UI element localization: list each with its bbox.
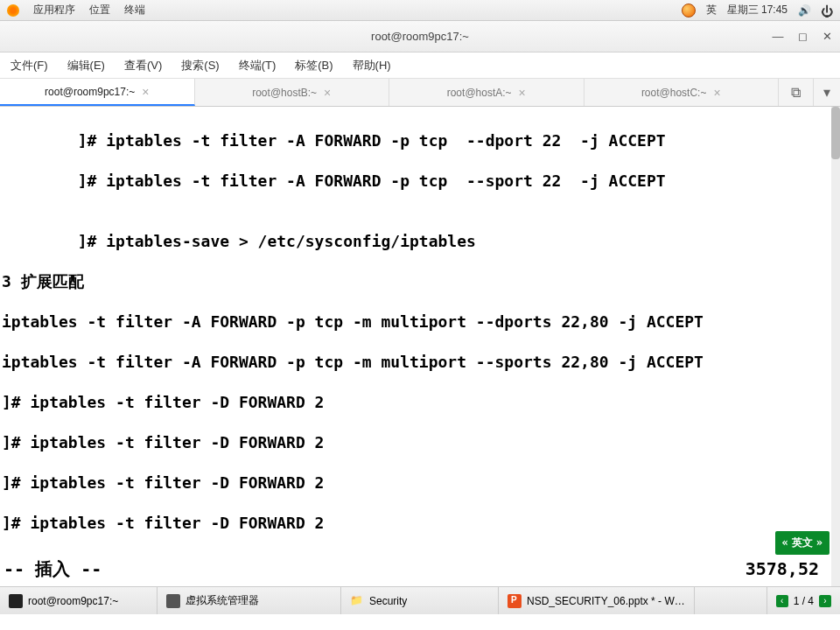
menu-tabs[interactable]: 标签(B) xyxy=(290,56,338,75)
tab-1[interactable]: root@hostB:~ × xyxy=(195,79,390,106)
pager-next-icon[interactable]: › xyxy=(819,595,831,607)
menu-file[interactable]: 文件(F) xyxy=(5,56,53,75)
terminal-line: ]# iptables-save > /etc/sysconfig/iptabl… xyxy=(2,231,838,251)
terminal-line: iptables -t filter -A FORWARD -p tcp -m … xyxy=(2,312,838,332)
task-label: root@room9pc17:~ xyxy=(28,595,118,607)
vmm-icon xyxy=(166,594,180,608)
tab-label: root@hostC:~ xyxy=(641,87,707,99)
terminal-line: ]# iptables -t filter -D FORWARD 2 xyxy=(2,432,838,452)
vim-mode: -- 插入 -- xyxy=(0,559,102,579)
update-indicator-icon[interactable] xyxy=(682,4,696,18)
task-label: NSD_SECURITY_06.pptx * - W… xyxy=(527,595,685,607)
menu-terminal[interactable]: 终端(T) xyxy=(234,56,282,75)
folder-icon xyxy=(350,594,364,608)
pager-prev-icon[interactable]: ‹ xyxy=(776,595,788,607)
task-item-wps[interactable]: NSD_SECURITY_06.pptx * - W… xyxy=(499,587,695,614)
power-icon[interactable] xyxy=(821,4,833,17)
terminal-line: ]# iptables -t filter -D FORWARD 2 xyxy=(2,472,838,493)
menu-view[interactable]: 查看(V) xyxy=(119,56,167,75)
workspace-pager[interactable]: ‹ 1 / 4 › xyxy=(766,587,840,614)
terminal-line: 3 扩展匹配 xyxy=(2,271,838,291)
places-menu[interactable]: 位置 xyxy=(89,3,110,18)
terminal-line: ]# iptables -t filter -A FORWARD -p tcp … xyxy=(2,130,838,150)
apps-menu[interactable]: 应用程序 xyxy=(33,3,75,18)
vim-position: 3578,52 xyxy=(746,559,840,579)
close-button[interactable]: ✕ xyxy=(821,31,833,43)
tab-close-icon[interactable]: × xyxy=(519,86,526,100)
ime-next-icon: » xyxy=(816,533,822,553)
vim-status-line: -- 插入 -- 3578,52 xyxy=(0,559,840,579)
maximize-button[interactable]: ◻ xyxy=(796,31,808,43)
window-titlebar: root@room9pc17:~ — ◻ ✕ xyxy=(0,21,840,52)
volume-icon[interactable] xyxy=(798,4,810,17)
terminal-line: iptables -t filter -A FORWARD -p tcp -m … xyxy=(2,352,838,372)
scrollbar-thumb[interactable] xyxy=(831,107,840,159)
terminal-icon xyxy=(9,594,23,608)
terminal-scrollbar[interactable] xyxy=(831,107,840,586)
task-label: 虚拟系统管理器 xyxy=(186,593,259,608)
bottom-taskbar: root@room9pc17:~ 虚拟系统管理器 Security NSD_SE… xyxy=(0,586,840,614)
tab-0[interactable]: root@room9pc17:~ × xyxy=(0,79,195,106)
terminal-line: ]# iptables -t filter -D FORWARD 2 xyxy=(2,392,838,412)
ime-label: 英文 xyxy=(792,533,813,553)
menu-search[interactable]: 搜索(S) xyxy=(176,56,224,75)
system-top-bar: 应用程序 位置 终端 英 星期三 17:45 xyxy=(0,0,840,21)
tab-bar: root@room9pc17:~ × root@hostB:~ × root@h… xyxy=(0,79,840,107)
window-title: root@room9pc17:~ xyxy=(371,30,469,43)
tab-2[interactable]: root@hostA:~ × xyxy=(389,79,584,106)
menu-help[interactable]: 帮助(H) xyxy=(347,56,396,75)
datetime[interactable]: 星期三 17:45 xyxy=(727,3,788,18)
tab-close-icon[interactable]: × xyxy=(713,86,720,100)
tab-menu-button[interactable]: ▾ xyxy=(814,79,840,106)
terminal-line: ]# iptables -t filter -A FORWARD -p tcp … xyxy=(2,171,838,191)
minimize-button[interactable]: — xyxy=(772,31,784,43)
tab-close-icon[interactable]: × xyxy=(324,86,331,100)
task-item-folder[interactable]: Security xyxy=(341,587,499,614)
task-label: Security xyxy=(369,595,407,607)
terminal-menu[interactable]: 终端 xyxy=(124,3,145,18)
ime-prev-icon: « xyxy=(782,533,788,553)
input-lang[interactable]: 英 xyxy=(706,3,717,18)
terminal-viewport[interactable]: ]# iptables -t filter -A FORWARD -p tcp … xyxy=(0,107,840,586)
menu-edit[interactable]: 编辑(E) xyxy=(62,56,110,75)
tab-close-icon[interactable]: × xyxy=(142,85,149,99)
ime-badge[interactable]: « 英文 » xyxy=(775,531,830,555)
tab-overflow-button[interactable]: ⧉ xyxy=(779,79,814,106)
tab-label: root@hostB:~ xyxy=(252,87,317,99)
tab-label: root@room9pc17:~ xyxy=(45,86,135,98)
task-item-vmm[interactable]: 虚拟系统管理器 xyxy=(158,587,341,614)
apps-menu-icon[interactable] xyxy=(7,4,19,17)
pager-label: 1 / 4 xyxy=(794,595,814,607)
tab-3[interactable]: root@hostC:~ × xyxy=(584,79,780,106)
task-item-terminal[interactable]: root@room9pc17:~ xyxy=(0,587,158,614)
tab-label: root@hostA:~ xyxy=(447,87,512,99)
menu-bar: 文件(F) 编辑(E) 查看(V) 搜索(S) 终端(T) 标签(B) 帮助(H… xyxy=(0,52,840,79)
terminal-line: ]# iptables -t filter -D FORWARD 2 xyxy=(2,513,838,533)
wps-icon xyxy=(508,594,522,608)
